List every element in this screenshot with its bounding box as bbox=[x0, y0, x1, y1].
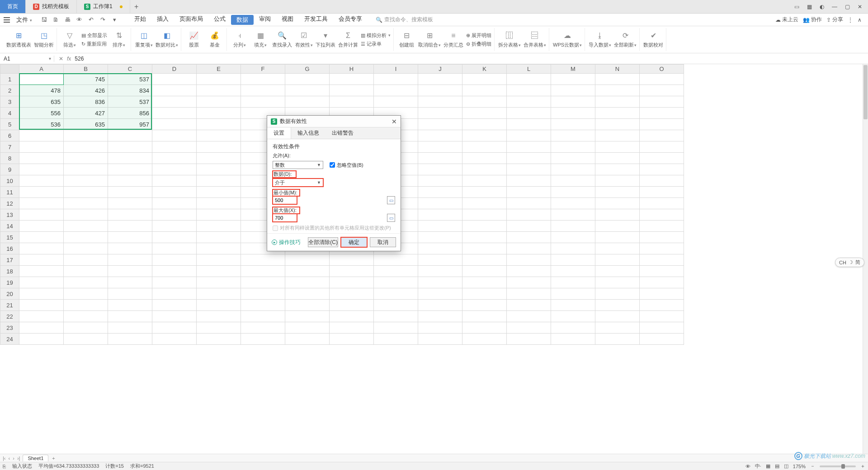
ribbon-pivot[interactable]: ⊞数据透视表 bbox=[6, 31, 31, 48]
cell-J17[interactable] bbox=[418, 254, 462, 266]
dialog-tab-error[interactable]: 出错警告 bbox=[326, 127, 360, 139]
cell-I23[interactable] bbox=[374, 322, 418, 334]
cell-L13[interactable] bbox=[507, 209, 551, 221]
cell-K3[interactable] bbox=[462, 96, 507, 108]
cell-J21[interactable] bbox=[418, 300, 462, 311]
row-header-9[interactable]: 9 bbox=[0, 164, 19, 175]
cell-C9[interactable] bbox=[108, 164, 152, 175]
share-button[interactable]: ⇪分享 bbox=[826, 16, 843, 24]
cell-D10[interactable] bbox=[152, 175, 197, 187]
cell-A2[interactable]: 478 bbox=[19, 85, 64, 96]
cell-J22[interactable] bbox=[418, 311, 462, 322]
cell-B6[interactable] bbox=[64, 130, 108, 141]
scroll-thumb[interactable] bbox=[863, 65, 868, 119]
cell-L11[interactable] bbox=[507, 187, 551, 198]
view-page-icon[interactable]: ▤ bbox=[775, 463, 779, 469]
cell-B2[interactable]: 426 bbox=[64, 85, 108, 96]
cell-D16[interactable] bbox=[152, 243, 197, 254]
cell-B19[interactable] bbox=[64, 277, 108, 288]
cell-O5[interactable] bbox=[640, 119, 684, 130]
cell-J4[interactable] bbox=[418, 108, 462, 119]
cell-E10[interactable] bbox=[197, 175, 241, 187]
cell-L1[interactable] bbox=[507, 74, 551, 85]
ok-button[interactable]: 确定 bbox=[341, 237, 367, 247]
cell-L15[interactable] bbox=[507, 232, 551, 243]
cell-B24[interactable] bbox=[64, 334, 108, 345]
cell-M5[interactable] bbox=[551, 119, 595, 130]
cell-K11[interactable] bbox=[462, 187, 507, 198]
cell-O15[interactable] bbox=[640, 232, 684, 243]
cell-B23[interactable] bbox=[64, 322, 108, 334]
tab-templates[interactable]: D 找稻壳模板 bbox=[26, 0, 77, 13]
ribbon-lookup[interactable]: 🔍查找录入 bbox=[272, 31, 292, 48]
cell-F21[interactable] bbox=[241, 300, 285, 311]
cell-C16[interactable] bbox=[108, 243, 152, 254]
cell-L7[interactable] bbox=[507, 141, 551, 153]
row-header-18[interactable]: 18 bbox=[0, 266, 19, 277]
cell-J20[interactable] bbox=[418, 288, 462, 300]
menu-more[interactable]: ⋮ bbox=[848, 17, 853, 23]
cell-K6[interactable] bbox=[462, 130, 507, 141]
cell-C11[interactable] bbox=[108, 187, 152, 198]
cell-I20[interactable] bbox=[374, 288, 418, 300]
grid-icon[interactable]: ▦ bbox=[806, 3, 813, 10]
cell-D21[interactable] bbox=[152, 300, 197, 311]
cell-G1[interactable] bbox=[285, 74, 330, 85]
save-icon[interactable]: 🖫 bbox=[40, 16, 48, 23]
cell-B12[interactable] bbox=[64, 198, 108, 209]
max-ref-button[interactable]: ▭ bbox=[387, 214, 395, 222]
sheet-prev-icon[interactable]: ‹ bbox=[9, 456, 10, 461]
cell-J16[interactable] bbox=[418, 243, 462, 254]
cell-J14[interactable] bbox=[418, 221, 462, 232]
cell-D6[interactable] bbox=[152, 130, 197, 141]
cell-O13[interactable] bbox=[640, 209, 684, 221]
cancel-fx-icon[interactable]: ✕ bbox=[59, 56, 63, 62]
ribbon-tab-3[interactable]: 公式 bbox=[208, 15, 231, 25]
tab-document[interactable]: S 工作簿1 bbox=[77, 0, 130, 13]
cell-I24[interactable] bbox=[374, 334, 418, 345]
cell-H23[interactable] bbox=[330, 322, 374, 334]
col-header-H[interactable]: H bbox=[330, 65, 374, 74]
cell-D8[interactable] bbox=[152, 153, 197, 164]
cell-D13[interactable] bbox=[152, 209, 197, 221]
cell-E4[interactable] bbox=[197, 108, 241, 119]
cell-D17[interactable] bbox=[152, 254, 197, 266]
cell-E13[interactable] bbox=[197, 209, 241, 221]
row-header-6[interactable]: 6 bbox=[0, 130, 19, 141]
tab-home[interactable]: 首页 bbox=[0, 0, 26, 13]
cell-D1[interactable] bbox=[152, 74, 197, 85]
preview-icon[interactable]: 👁 bbox=[75, 16, 84, 23]
tips-link[interactable]: ▸操作技巧 bbox=[272, 239, 301, 246]
cell-O4[interactable] bbox=[640, 108, 684, 119]
cell-E3[interactable] bbox=[197, 96, 241, 108]
ignore-blank-input[interactable] bbox=[330, 162, 335, 168]
col-header-B[interactable]: B bbox=[64, 65, 108, 74]
cell-L6[interactable] bbox=[507, 130, 551, 141]
cell-H24[interactable] bbox=[330, 334, 374, 345]
row-header-24[interactable]: 24 bbox=[0, 334, 19, 345]
cell-F22[interactable] bbox=[241, 311, 285, 322]
cell-O24[interactable] bbox=[640, 334, 684, 345]
cell-B14[interactable] bbox=[64, 221, 108, 232]
cell-D23[interactable] bbox=[152, 322, 197, 334]
ribbon-tab-1[interactable]: 插入 bbox=[151, 15, 174, 25]
avatar-icon[interactable]: ◐ bbox=[818, 3, 826, 10]
ribbon-filter[interactable]: ▽筛选▾ bbox=[61, 31, 79, 48]
cell-K22[interactable] bbox=[462, 311, 507, 322]
cell-G22[interactable] bbox=[285, 311, 330, 322]
cell-B3[interactable]: 836 bbox=[64, 96, 108, 108]
cell-A8[interactable] bbox=[19, 153, 64, 164]
ime-indicator[interactable]: CH ☽ 简 bbox=[835, 258, 864, 267]
cell-N19[interactable] bbox=[595, 277, 640, 288]
cell-N16[interactable] bbox=[595, 243, 640, 254]
cell-K20[interactable] bbox=[462, 288, 507, 300]
cell-N12[interactable] bbox=[595, 198, 640, 209]
cell-E21[interactable] bbox=[197, 300, 241, 311]
cell-F2[interactable] bbox=[241, 85, 285, 96]
cell-A4[interactable]: 556 bbox=[19, 108, 64, 119]
cell-N18[interactable] bbox=[595, 266, 640, 277]
dialog-close-button[interactable]: ✕ bbox=[392, 118, 397, 125]
undo-icon[interactable]: ↶ bbox=[87, 16, 95, 23]
cell-G3[interactable] bbox=[285, 96, 330, 108]
cell-O18[interactable] bbox=[640, 266, 684, 277]
